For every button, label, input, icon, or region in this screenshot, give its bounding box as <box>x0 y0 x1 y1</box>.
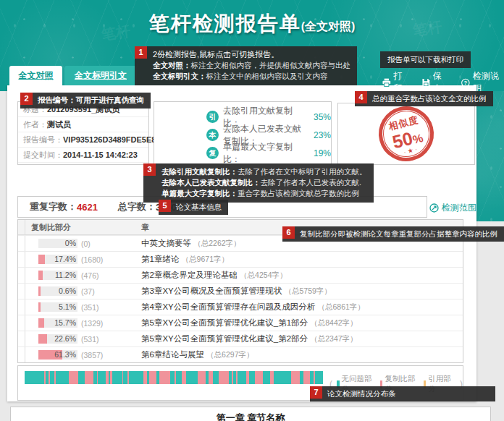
annotation-1-line: 全文对照：标注全文相似内容，并提供相似文献内容与出处 <box>153 60 350 71</box>
copy-ratio-bar-fill <box>38 286 41 296</box>
scope-icon <box>429 203 439 213</box>
chapter-word-count: （总8442字） <box>310 318 357 327</box>
distribution-segment <box>238 371 246 384</box>
svg-text:?: ? <box>464 80 468 86</box>
annotation-copy-ratio: 6复制比部分即被检测论文每章重复部分占据整章内容的比例 <box>282 226 504 242</box>
distribution-segment <box>249 371 255 384</box>
annotation-1-badge: 1 <box>135 46 147 59</box>
copy-word-count: (351) <box>81 303 99 312</box>
chapter-title: 第5章XY公司全面预算管理优化建议_第1部分 （总8442字） <box>141 318 358 328</box>
chapter-row[interactable]: 5.1% (351) 第4章XY公司全面预算管理存在问题及成因分析 （总6861… <box>18 299 463 315</box>
annotation-metric-definitions: 3 去除引用文献复制比：去除了作者在文中标明了引用的文献。 去除本人已发表文献复… <box>143 163 374 203</box>
copy-ratio-percent: 0% <box>65 239 76 248</box>
header-right-band <box>476 91 504 221</box>
chapter-title: 第3章XY公司概况及全面预算管理现状 （总5759字） <box>141 286 332 297</box>
distribution-segment <box>263 371 270 384</box>
save-icon <box>422 78 430 87</box>
report-page: 笔杆 笔杆 笔杆检测报告单(全文对照) 全文对照 全文标明引文 1 2份检测报告… <box>0 0 504 421</box>
metric-icon: 复 <box>206 147 219 159</box>
distribution-segment <box>274 371 291 384</box>
chapter-word-count: （总6297字） <box>206 350 253 359</box>
annotation-basic-info: 5论文基本信息 <box>159 200 228 215</box>
distribution-segment <box>78 371 85 384</box>
annotation-3-line: 单篇最大文字复制比：重合字数占该检测文献总字数的比例 <box>161 188 367 199</box>
chapter-title: 第1章绪论 （总9671字） <box>141 254 229 265</box>
copy-word-count: (1329) <box>81 319 103 328</box>
metric-icon: 引 <box>206 111 219 123</box>
question-icon: ? <box>461 78 470 88</box>
report-title-mode: (全文对照) <box>301 20 356 33</box>
header-chapter: 章 <box>141 222 149 233</box>
distribution-segment <box>129 371 143 384</box>
chapter-row[interactable]: 15.7% (1329) 第5章XY公司全面预算管理优化建议_第1部分 （总84… <box>18 315 463 331</box>
chapter-row[interactable]: 22.6% (531) 第5章XY公司全面预算管理优化建议_第2部分 （总234… <box>18 331 463 346</box>
copy-ratio-bar-fill <box>38 255 45 264</box>
tab-marked-citation[interactable]: 全文标明引文 <box>64 66 137 85</box>
distribution-segment <box>176 371 182 384</box>
chapter-word-count: （总6861字） <box>317 302 364 311</box>
report-title: 笔杆检测报告单 <box>149 12 301 35</box>
annotation-3-line: 去除引用文献复制比：去除了作者在文中标明了引用的文献。 <box>161 166 367 177</box>
detection-scope-link[interactable]: 检测范围 <box>429 202 476 214</box>
annotation-report-number: 2报告编号：可用于进行真伪查询 <box>20 93 151 109</box>
copy-ratio-bar-fill <box>38 271 43 280</box>
annotation-distribution: 7论文检测情况分布条 <box>310 386 495 401</box>
distribution-segment <box>291 371 300 384</box>
annotation-1-line: 全文标明引文：标注全文中的相似内容以及引文内容 <box>153 71 350 82</box>
copy-ratio-bar-fill <box>38 334 47 344</box>
distribution-segment <box>56 371 69 384</box>
document-info-row: 作者：测试员 <box>18 117 148 132</box>
page-title: 笔杆检测报告单(全文对照) <box>0 10 504 38</box>
metric-icon: 本 <box>206 129 219 141</box>
distribution-segment <box>112 371 122 384</box>
distribution-segment <box>69 371 78 384</box>
copy-ratio-percent: 5.1% <box>59 302 76 312</box>
annotation-3-line: 去除本人已发表文献复制比：去除了作者本人已发表的文献. <box>161 177 367 188</box>
tab-full-compare[interactable]: 全文对照 <box>9 66 62 85</box>
chapter-row[interactable]: 61.3% (3857) 第6章结论与展望 （总6297字） <box>18 346 463 362</box>
chapter-title: 第6章结论与展望 （总6297字） <box>141 349 253 360</box>
distribution-segment <box>303 371 310 384</box>
duplicate-count: 4621 <box>77 202 98 213</box>
document-chapter-heading: 第一章 章节名称 <box>10 407 491 421</box>
copy-ratio-percent: 11.2% <box>55 271 76 280</box>
chapter-row[interactable]: 17.4% (1680) 第1章绪论 （总9671字） <box>18 251 463 267</box>
copy-ratio-bar: 15.7% <box>38 318 77 328</box>
copy-word-count: (0) <box>81 239 91 248</box>
document-info-panel: 标题：2012093591_测试员 作者：测试员 报告编号：VIP935126D… <box>17 101 149 165</box>
copy-ratio-bar: 61.3% <box>38 350 77 360</box>
distribution-bar <box>25 371 323 384</box>
annotation-7-badge: 7 <box>310 386 322 399</box>
similarity-stamp: 相似度 50% · ★ · <box>373 101 440 167</box>
copy-ratio-bar: 5.1% <box>38 302 77 312</box>
copy-ratio-bar: 11.2% <box>38 271 77 280</box>
distribution-segment <box>255 371 263 384</box>
chapter-word-count: （总5759字） <box>284 286 331 295</box>
chapter-title: 中英文摘要等 （总2262字） <box>141 238 241 249</box>
annotation-download-hint: 报告单可以下载和打印 <box>380 51 471 68</box>
distribution-segment <box>149 371 156 384</box>
chapter-word-count: （总2347字） <box>310 334 357 343</box>
document-info-row: 报告编号：VIP935126D3489FDE5E8 <box>18 132 148 148</box>
distribution-segment <box>219 371 229 384</box>
copy-word-count: (3857) <box>81 351 103 360</box>
copy-word-count: (1680) <box>81 255 103 264</box>
copy-ratio-metrics-panel: 引 去除引用文献复制比：35% 本 去除本人已发表文献复制比：23% 复 单篇最… <box>154 101 332 165</box>
stamp-stars: · ★ · <box>387 143 434 160</box>
distribution-segment <box>85 371 93 384</box>
header-copy-ratio: 复制比部分 <box>31 222 71 233</box>
document-info-row: 提交时间：2014-11-15 14:42:23 <box>18 148 148 163</box>
copy-ratio-percent: 22.6% <box>54 334 76 344</box>
annotation-6-badge: 6 <box>282 226 295 239</box>
chapter-word-count: （总9671字） <box>182 255 229 263</box>
distribution-segment <box>315 371 323 384</box>
distribution-segment <box>213 371 219 384</box>
copy-ratio-bar: 0.6% <box>38 286 77 296</box>
copy-word-count: (37) <box>81 287 95 296</box>
chapter-row[interactable]: 0.6% (37) 第3章XY公司概况及全面预算管理现状 （总5759字） <box>18 283 463 299</box>
metric-row: 复 单篇最大文字复制比：19% <box>154 144 331 162</box>
chapter-word-count: （总4254字） <box>240 271 287 279</box>
annotation-2-badge: 2 <box>20 93 33 105</box>
chapter-title: 第2章概念界定及理论基础 （总4254字） <box>141 270 287 281</box>
chapter-row[interactable]: 11.2% (476) 第2章概念界定及理论基础 （总4254字） <box>18 267 463 283</box>
